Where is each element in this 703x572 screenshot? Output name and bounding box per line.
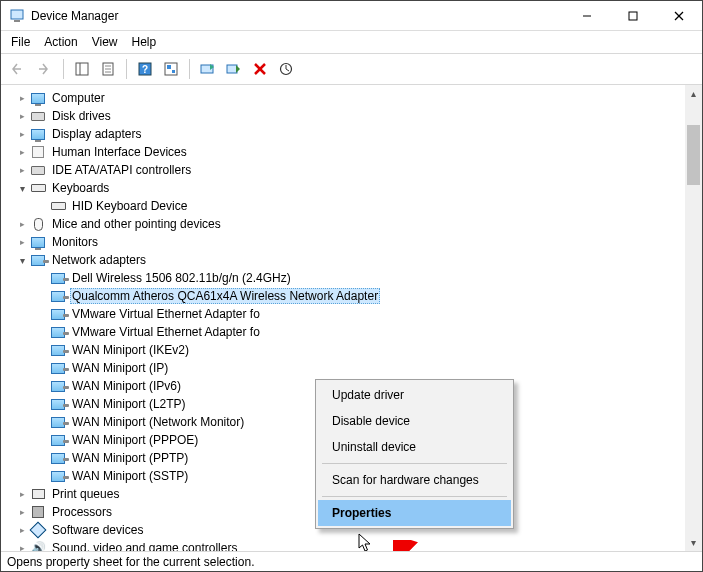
toolbar-separator: [126, 59, 127, 79]
tree-item-label: Print queues: [50, 487, 121, 501]
ctx-disable-device[interactable]: Disable device: [318, 408, 511, 434]
status-bar: Opens property sheet for the current sel…: [1, 551, 702, 571]
tree-item-label: VMware Virtual Ethernet Adapter fo: [70, 325, 262, 339]
ide-icon: [29, 162, 47, 178]
menu-action[interactable]: Action: [44, 35, 77, 49]
expand-icon[interactable]: [15, 505, 29, 519]
network-adapter-icon: [49, 306, 67, 322]
tree-item-label: Dell Wireless 1506 802.11b/g/n (2.4GHz): [70, 271, 293, 285]
svg-rect-16: [172, 70, 175, 73]
expand-icon[interactable]: [15, 91, 29, 105]
menu-bar: File Action View Help: [1, 31, 702, 54]
context-menu: Update driver Disable device Uninstall d…: [315, 379, 514, 529]
status-text: Opens property sheet for the current sel…: [7, 555, 254, 569]
tree-item-label: WAN Miniport (Network Monitor): [70, 415, 246, 429]
software-icon: [29, 522, 47, 538]
expand-icon[interactable]: [15, 523, 29, 537]
tree-item-label: Display adapters: [50, 127, 143, 141]
menu-help[interactable]: Help: [132, 35, 157, 49]
keyboard-icon: [49, 198, 67, 214]
tree-item-label: WAN Miniport (IP): [70, 361, 170, 375]
forward-button[interactable]: [33, 57, 57, 81]
mouse-icon: [29, 216, 47, 232]
expand-icon[interactable]: [15, 109, 29, 123]
expand-icon[interactable]: [15, 145, 29, 159]
tree-item-keyboards[interactable]: Keyboards: [9, 179, 702, 197]
scrollbar[interactable]: ▴ ▾: [685, 85, 702, 551]
tree-item-dell-wireless[interactable]: Dell Wireless 1506 802.11b/g/n (2.4GHz): [9, 269, 702, 287]
expand-icon[interactable]: [15, 487, 29, 501]
tree-item-label: Sound, video and game controllers: [50, 541, 239, 551]
svg-rect-0: [11, 10, 23, 19]
expand-icon[interactable]: [15, 217, 29, 231]
minimize-button[interactable]: [564, 1, 610, 30]
svg-rect-18: [227, 65, 237, 73]
menu-file[interactable]: File: [11, 35, 30, 49]
properties-button[interactable]: [96, 57, 120, 81]
tree-item-hid[interactable]: Human Interface Devices: [9, 143, 702, 161]
printer-icon: [29, 486, 47, 502]
tree-item-display-adapters[interactable]: Display adapters: [9, 125, 702, 143]
tree-item-label: WAN Miniport (PPPOE): [70, 433, 200, 447]
tree-item-label: Human Interface Devices: [50, 145, 189, 159]
ctx-properties[interactable]: Properties: [318, 500, 511, 526]
tree-item-wan-ikev2[interactable]: WAN Miniport (IKEv2): [9, 341, 702, 359]
tree-item-sound[interactable]: 🔊Sound, video and game controllers: [9, 539, 702, 551]
svg-rect-6: [76, 63, 88, 75]
tree-item-vmnet8[interactable]: VMware Virtual Ethernet Adapter fo: [9, 323, 702, 341]
network-adapter-icon: [49, 414, 67, 430]
collapse-icon[interactable]: [15, 253, 29, 267]
scroll-thumb[interactable]: [687, 125, 700, 185]
network-adapter-icon: [49, 270, 67, 286]
scroll-down-button[interactable]: ▾: [685, 534, 702, 551]
update-driver-button[interactable]: [196, 57, 220, 81]
sound-icon: 🔊: [29, 540, 47, 551]
tree-item-label: VMware Virtual Ethernet Adapter fo: [70, 307, 262, 321]
expand-icon[interactable]: [15, 163, 29, 177]
tree-item-label: WAN Miniport (PPTP): [70, 451, 190, 465]
scan-hardware-button[interactable]: [274, 57, 298, 81]
tree-item-ide[interactable]: IDE ATA/ATAPI controllers: [9, 161, 702, 179]
toolbar-separator: [189, 59, 190, 79]
tree-item-qualcomm-atheros[interactable]: Qualcomm Atheros QCA61x4A Wireless Netwo…: [9, 287, 702, 305]
keyboard-icon: [29, 180, 47, 196]
show-hide-console-tree-button[interactable]: [70, 57, 94, 81]
uninstall-device-button[interactable]: [248, 57, 272, 81]
svg-text:?: ?: [142, 64, 148, 75]
ctx-scan-hardware[interactable]: Scan for hardware changes: [318, 467, 511, 493]
disable-device-button[interactable]: [222, 57, 246, 81]
maximize-button[interactable]: [610, 1, 656, 30]
tree-item-wan-ip[interactable]: WAN Miniport (IP): [9, 359, 702, 377]
tree-item-hid-keyboard[interactable]: HID Keyboard Device: [9, 197, 702, 215]
tree-item-label: WAN Miniport (SSTP): [70, 469, 190, 483]
help-button[interactable]: ?: [133, 57, 157, 81]
cpu-icon: [29, 504, 47, 520]
scroll-up-button[interactable]: ▴: [685, 85, 702, 102]
expand-icon[interactable]: [15, 541, 29, 551]
tree-item-computer[interactable]: Computer: [9, 89, 702, 107]
collapse-icon[interactable]: [15, 181, 29, 195]
tree-item-disk-drives[interactable]: Disk drives: [9, 107, 702, 125]
tree-item-label: Network adapters: [50, 253, 148, 267]
menu-view[interactable]: View: [92, 35, 118, 49]
expand-icon[interactable]: [15, 235, 29, 249]
ctx-update-driver[interactable]: Update driver: [318, 382, 511, 408]
tree-item-label: HID Keyboard Device: [70, 199, 189, 213]
network-icon: [29, 252, 47, 268]
ctx-uninstall-device[interactable]: Uninstall device: [318, 434, 511, 460]
monitor-icon: [29, 234, 47, 250]
toolbar-separator: [63, 59, 64, 79]
tree-item-network-adapters[interactable]: Network adapters: [9, 251, 702, 269]
tree-item-mice[interactable]: Mice and other pointing devices: [9, 215, 702, 233]
tree-item-vmnet1[interactable]: VMware Virtual Ethernet Adapter fo: [9, 305, 702, 323]
svg-rect-1: [14, 20, 20, 22]
tree-item-monitors[interactable]: Monitors: [9, 233, 702, 251]
network-adapter-icon: [49, 396, 67, 412]
toolbar: ?: [1, 54, 702, 85]
network-adapter-icon: [49, 288, 67, 304]
back-button[interactable]: [7, 57, 31, 81]
action-button[interactable]: [159, 57, 183, 81]
expand-icon[interactable]: [15, 127, 29, 141]
network-adapter-icon: [49, 450, 67, 466]
close-button[interactable]: [656, 1, 702, 30]
